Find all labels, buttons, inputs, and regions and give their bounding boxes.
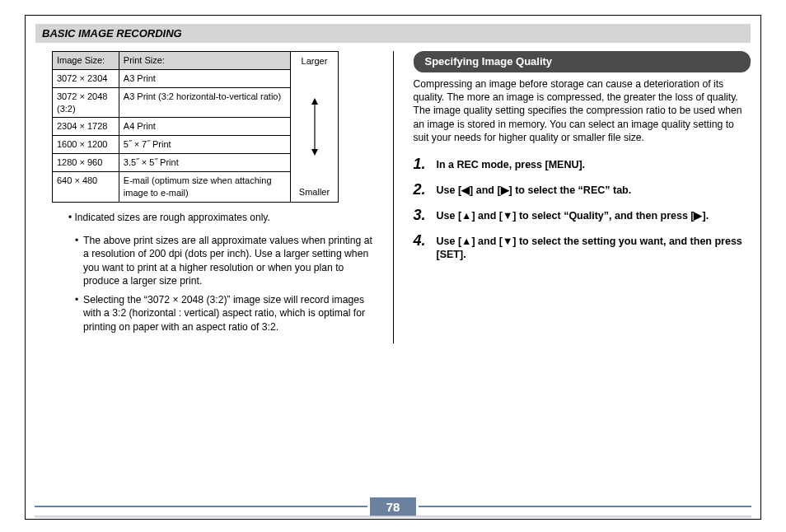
cell-print: 3.5˝ × 5˝ Print (119, 154, 290, 172)
page-footer: 78 (35, 497, 751, 516)
table-row: 3072 × 2048 (3:2) A3 Print (3:2 horizont… (53, 87, 291, 118)
step-item: 4. Use [▲] and [▼] to select the setting… (414, 233, 751, 263)
steps-list: 1. In a REC mode, press [MENU]. 2. Use [… (414, 156, 751, 262)
cell-print: 5˝ × 7˝ Print (119, 136, 290, 154)
range-label-larger: Larger (302, 55, 328, 68)
svg-marker-1 (311, 98, 318, 105)
table-row: 3072 × 2304 A3 Print (53, 69, 291, 87)
list-item: Selecting the “3072 × 2048 (3:2)” image … (75, 293, 373, 334)
column-divider (393, 51, 394, 343)
page-number: 78 (370, 497, 417, 516)
page-frame: BASIC IMAGE RECORDING Image Size: Print … (25, 15, 761, 520)
step-text: Use [◀] and [▶] to select the “REC” tab. (437, 182, 632, 198)
left-column: Image Size: Print Size: 3072 × 2304 A3 P… (35, 51, 373, 343)
approx-note: • Indicated sizes are rough approximates… (68, 211, 373, 224)
table-header-image-size: Image Size: (53, 52, 119, 70)
right-column: Specifying Image Quality Compressing an … (414, 51, 751, 343)
step-number: 1. (414, 156, 432, 171)
section-header: BASIC IMAGE RECORDING (35, 24, 751, 43)
step-item: 3. Use [▲] and [▼] to select “Quality”, … (414, 208, 751, 223)
table-row: 640 × 480 E-mail (optimum size when atta… (53, 171, 291, 202)
footer-rule-left (35, 506, 367, 507)
step-number: 3. (414, 208, 432, 222)
cell-size: 1600 × 1200 (53, 136, 119, 154)
footer-shadow (35, 516, 751, 519)
size-table-area: Image Size: Print Size: 3072 × 2304 A3 P… (52, 51, 373, 203)
step-item: 2. Use [◀] and [▶] to select the “REC” t… (414, 182, 751, 198)
cell-size: 640 × 480 (53, 171, 119, 202)
image-size-table: Image Size: Print Size: 3072 × 2304 A3 P… (52, 51, 291, 203)
cell-print: A3 Print (119, 69, 290, 87)
table-row: 2304 × 1728 A4 Print (53, 118, 291, 136)
step-number: 4. (414, 233, 432, 248)
subsection-heading: Specifying Image Quality (414, 51, 751, 72)
size-range-column: Larger Smaller (291, 51, 339, 203)
cell-print: A3 Print (3:2 horizontal-to-vertical rat… (119, 87, 290, 118)
step-item: 1. In a REC mode, press [MENU]. (414, 156, 751, 172)
footer-rule-right (419, 506, 751, 507)
table-header-print-size: Print Size: (119, 52, 290, 70)
cell-print: E-mail (optimum size when attaching imag… (119, 171, 290, 202)
svg-marker-2 (311, 149, 318, 156)
step-number: 2. (414, 182, 432, 197)
table-row: 1600 × 1200 5˝ × 7˝ Print (53, 136, 291, 154)
cell-size: 2304 × 1728 (53, 118, 119, 136)
cell-print: A4 Print (119, 118, 290, 136)
range-label-smaller: Smaller (299, 186, 330, 198)
table-row: 1280 × 960 3.5˝ × 5˝ Print (53, 154, 291, 172)
two-column-layout: Image Size: Print Size: 3072 × 2304 A3 P… (35, 51, 751, 343)
intro-paragraph: Compressing an image before storage can … (414, 77, 751, 145)
step-text: Use [▲] and [▼] to select the setting yo… (437, 233, 751, 263)
cell-size: 3072 × 2304 (53, 69, 119, 87)
double-arrow-icon (292, 68, 336, 186)
cell-size: 3072 × 2048 (3:2) (53, 87, 119, 118)
list-item: The above print sizes are all approximat… (75, 234, 373, 288)
cell-size: 1280 × 960 (53, 154, 119, 172)
notes-list: The above print sizes are all approximat… (42, 234, 373, 334)
step-text: Use [▲] and [▼] to select “Quality”, and… (437, 208, 709, 223)
step-text: In a REC mode, press [MENU]. (437, 156, 586, 172)
